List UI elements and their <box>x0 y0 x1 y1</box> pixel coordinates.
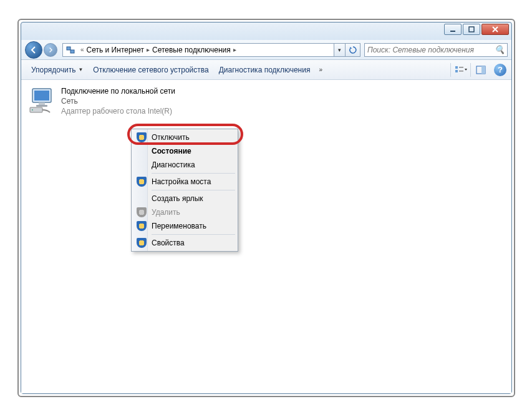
address-bar[interactable]: « Сеть и Интернет ▸ Сетевые подключения … <box>62 43 334 57</box>
shield-icon <box>137 177 147 187</box>
connection-network: Сеть <box>61 96 175 106</box>
menu-rename-label: Переименовать <box>152 222 206 230</box>
svg-rect-6 <box>459 67 463 68</box>
organize-label: Упорядочить <box>31 66 75 74</box>
menu-status[interactable]: Состояние <box>133 144 236 158</box>
menu-bridge-label: Настройка моста <box>152 177 211 186</box>
forward-button[interactable] <box>44 43 57 57</box>
shield-icon <box>137 238 147 248</box>
menu-properties[interactable]: Свойства <box>133 236 236 250</box>
breadcrumb-separator-icon: ▸ <box>231 46 239 53</box>
explorer-window: « Сеть и Интернет ▸ Сетевые подключения … <box>21 22 512 394</box>
help-button[interactable]: ? <box>494 64 506 76</box>
shield-icon <box>137 207 147 217</box>
back-button[interactable] <box>25 41 42 59</box>
svg-rect-9 <box>481 66 485 74</box>
titlebar <box>21 22 511 40</box>
menu-disable-label: Отключить <box>152 133 190 142</box>
close-button[interactable] <box>481 24 509 35</box>
address-dropdown[interactable]: ▾ <box>334 43 346 57</box>
menu-rename[interactable]: Переименовать <box>133 219 236 233</box>
connection-adapter: Адаптер рабочего стола Intel(R) <box>61 106 175 116</box>
disable-device-button[interactable]: Отключение сетевого устройства <box>88 63 213 77</box>
maximize-button[interactable] <box>463 24 480 35</box>
menu-diagnostics[interactable]: Диагностика <box>133 158 236 172</box>
lan-connection-icon <box>27 86 57 116</box>
content-area: Подключение по локальной сети Сеть Адапт… <box>21 80 511 393</box>
shield-icon <box>137 221 147 231</box>
menu-separator <box>152 190 235 190</box>
address-bar-container: « Сеть и Интернет ▸ Сетевые подключения … <box>62 43 360 57</box>
menu-create-shortcut[interactable]: Создать ярлык <box>133 192 236 205</box>
svg-rect-5 <box>455 70 458 72</box>
svg-rect-3 <box>70 50 74 53</box>
network-connection-item[interactable]: Подключение по локальной сети Сеть Адапт… <box>26 85 188 118</box>
organize-menu[interactable]: Упорядочить▼ <box>26 63 88 77</box>
breadcrumb-back-icon: « <box>78 46 87 53</box>
search-box[interactable]: 🔍 <box>364 43 508 57</box>
toolbar-overflow-icon[interactable]: » <box>315 66 326 73</box>
menu-separator <box>152 234 235 235</box>
view-options-button[interactable] <box>450 63 470 77</box>
menu-delete-label: Удалить <box>152 208 180 217</box>
connection-text: Подключение по локальной сети Сеть Адапт… <box>61 86 175 117</box>
connection-name: Подключение по локальной сети <box>61 86 175 96</box>
svg-rect-11 <box>34 91 49 101</box>
menu-disable[interactable]: Отключить <box>133 131 236 144</box>
menu-bridge[interactable]: Настройка моста <box>133 175 236 189</box>
svg-rect-2 <box>67 47 70 50</box>
svg-rect-12 <box>39 102 45 105</box>
context-menu: Отключить Состояние Диагностика Настройк… <box>131 129 238 252</box>
diagnose-connection-button[interactable]: Диагностика подключения <box>214 63 316 77</box>
svg-rect-0 <box>450 31 455 32</box>
search-input[interactable] <box>367 46 495 54</box>
breadcrumb-part2[interactable]: Сетевые подключения <box>152 46 231 54</box>
network-icon <box>65 45 75 55</box>
minimize-button[interactable] <box>444 24 462 35</box>
chevron-down-icon: ▼ <box>78 67 83 72</box>
svg-rect-4 <box>455 66 458 69</box>
preview-pane-button[interactable] <box>470 63 490 77</box>
menu-separator <box>152 173 235 174</box>
navigation-bar: « Сеть и Интернет ▸ Сетевые подключения … <box>21 40 511 60</box>
refresh-button[interactable] <box>346 43 360 57</box>
svg-rect-1 <box>469 27 474 32</box>
shield-icon <box>137 132 147 142</box>
svg-rect-7 <box>459 71 463 72</box>
outer-annotation-frame: « Сеть и Интернет ▸ Сетевые подключения … <box>17 19 515 397</box>
menu-properties-label: Свойства <box>152 239 185 247</box>
search-icon: 🔍 <box>495 45 505 54</box>
menu-delete: Удалить <box>133 205 236 219</box>
command-toolbar: Упорядочить▼ Отключение сетевого устройс… <box>21 60 511 80</box>
breadcrumb-part1[interactable]: Сеть и Интернет <box>87 46 144 54</box>
svg-point-15 <box>32 109 33 111</box>
svg-rect-13 <box>36 105 47 107</box>
breadcrumb-separator-icon: ▸ <box>144 46 152 53</box>
